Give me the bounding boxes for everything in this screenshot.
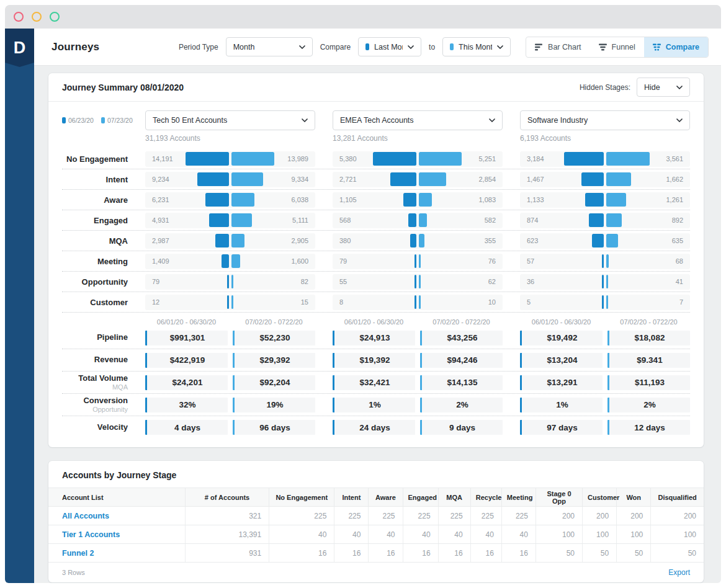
- stage-row: Opportunity798255623641: [62, 272, 690, 292]
- stage-value-period-2: 10: [465, 298, 496, 306]
- column-header-stage-0-opp: Stage 0 Opp: [536, 488, 582, 507]
- bar-track-left: [370, 275, 416, 288]
- account-list-link[interactable]: Tier 1 Accounts: [48, 525, 185, 544]
- bar-period-2: [231, 213, 252, 227]
- stage-value-period-2: 62: [465, 278, 496, 285]
- sidebar: D: [5, 29, 34, 583]
- zoom-window-button[interactable]: [50, 12, 60, 22]
- chevron-down-icon: [676, 86, 683, 89]
- metric-value-period-1: $19,392: [333, 353, 415, 368]
- column-header-account-list: Account List: [48, 488, 185, 507]
- metric-row: Total VolumeMQA$24,201$92,204$32,421$14,…: [62, 372, 690, 394]
- segment-select-2[interactable]: EMEA Tech Accounts: [333, 110, 503, 130]
- column-header-engaged: Engaged: [403, 488, 438, 507]
- stage-value-period-2: 13,989: [277, 155, 308, 163]
- legend-label: 06/23/20: [68, 117, 94, 124]
- stage-value-period-2: 76: [465, 257, 496, 265]
- hidden-stages-select[interactable]: Hide: [637, 78, 690, 97]
- table-cell-value: 225: [438, 507, 470, 525]
- stage-cell: 1,4671,662: [520, 172, 690, 187]
- export-link[interactable]: Export: [668, 568, 690, 577]
- table-cell-value: 225: [501, 507, 536, 525]
- bar-track-right: [231, 172, 277, 186]
- table-cell-value: 225: [269, 507, 334, 525]
- segment-select-1[interactable]: Tech 50 Ent Accounts: [145, 110, 315, 130]
- metric-value-period-1: $24,913: [333, 331, 415, 345]
- stage-value-period-1: 2,987: [152, 237, 183, 244]
- bar-period-1: [589, 213, 604, 227]
- metric-value-period-1: $19,492: [520, 331, 603, 345]
- metric-cell: $19,492$18,082: [520, 331, 690, 345]
- bar-period-2: [419, 172, 446, 186]
- view-button-compare[interactable]: Compare: [644, 37, 708, 57]
- metric-cell: $19,392$94,246: [333, 353, 503, 368]
- bar-track-left: [558, 213, 604, 227]
- column-header-no-engagement: No Engagement: [269, 488, 334, 507]
- table-cell-value: 225: [334, 507, 369, 525]
- compare-from-value: Last Month: [374, 43, 403, 51]
- funnel-icon: [599, 43, 607, 51]
- bar-track-right: [606, 193, 652, 207]
- chevron-down-icon: [302, 118, 308, 122]
- stage-cell: 5768: [520, 254, 690, 269]
- bar-period-2: [419, 193, 432, 207]
- stage-cell: 874892: [520, 213, 690, 228]
- app-logo[interactable]: D: [5, 29, 34, 67]
- period-type-select[interactable]: Month: [226, 37, 313, 56]
- stage-row: Engaged4,9315,111568582874892: [62, 210, 690, 231]
- segment-column-1: Tech 50 Ent Accounts31,193 Accounts: [145, 110, 315, 143]
- stage-value-period-2: 2,905: [277, 237, 308, 244]
- bar-period-1: [227, 275, 229, 288]
- account-list-link[interactable]: All Accounts: [48, 507, 185, 525]
- segment-selector-row: 06/23/2007/23/20Tech 50 Ent Accounts31,1…: [62, 102, 690, 149]
- column-header-aware: Aware: [369, 488, 403, 507]
- bar-period-2: [231, 172, 263, 186]
- segment-select-3[interactable]: Software Industry: [520, 110, 690, 130]
- stage-bars: [370, 172, 465, 186]
- stage-bars: [558, 152, 652, 166]
- metric-label-text: Velocity: [62, 423, 128, 432]
- bar-track-left: [370, 254, 416, 268]
- metric-row: ConversionOpportunity32%19%1%2%1%2%: [62, 394, 690, 416]
- bar-track-right: [419, 234, 465, 247]
- period-date-range-2: 07/02/20 - 0722/20: [420, 318, 503, 326]
- close-window-button[interactable]: [14, 12, 24, 22]
- stage-cell: 9,2349,334: [145, 172, 315, 187]
- table-cell-value: 40: [269, 525, 334, 544]
- stage-value-period-2: 635: [652, 237, 683, 244]
- bar-track-right: [606, 254, 652, 268]
- minimize-window-button[interactable]: [32, 12, 42, 22]
- metric-cell: $13,291$11,193: [520, 375, 690, 390]
- table-row: All Accounts3212252252252252252252252002…: [48, 507, 704, 525]
- table-cell-value: 225: [369, 507, 403, 525]
- account-list-link[interactable]: Funnel 2: [48, 544, 185, 563]
- period-dates-row: 06/01/20 - 06/30/2007/02/20 - 0722/2006/…: [62, 313, 690, 327]
- compare-from-select[interactable]: Last Month: [358, 37, 421, 56]
- stage-value-period-2: 1,600: [277, 257, 308, 265]
- column-header-intent: Intent: [334, 488, 369, 507]
- metric-row: Pipeline$991,301$52,230$24,913$43,256$19…: [62, 327, 690, 349]
- stage-label: Opportunity: [62, 277, 128, 287]
- stage-row: Aware6,2316,0381,1051,0831,1331,261: [62, 190, 690, 210]
- compare-label: Compare: [320, 43, 351, 51]
- stage-cell: 4,9315,111: [145, 213, 315, 228]
- table-cell-value: 225: [403, 507, 438, 525]
- view-button-funnel[interactable]: Funnel: [590, 37, 644, 57]
- stage-value-period-1: 8: [339, 298, 370, 306]
- stage-value-period-1: 36: [527, 278, 558, 285]
- stage-value-period-2: 6,038: [277, 196, 308, 203]
- stage-value-period-1: 2,721: [339, 176, 370, 183]
- bar-period-2: [231, 152, 274, 166]
- stage-bars: [183, 213, 277, 227]
- metric-cell: $991,301$52,230: [145, 331, 315, 345]
- table-cell-value: 200: [651, 507, 704, 525]
- bar-track-right: [419, 172, 465, 186]
- bar-chart-icon: [535, 43, 543, 51]
- compare-to-select[interactable]: This Month: [442, 37, 511, 56]
- stage-value-period-1: 79: [339, 257, 370, 265]
- metric-label-text: Conversion: [62, 396, 128, 406]
- table-cell-value: 40: [334, 525, 369, 544]
- metric-label-text: Pipeline: [62, 333, 128, 342]
- bar-track-left: [183, 295, 229, 309]
- view-button-bar-chart[interactable]: Bar Chart: [526, 37, 590, 57]
